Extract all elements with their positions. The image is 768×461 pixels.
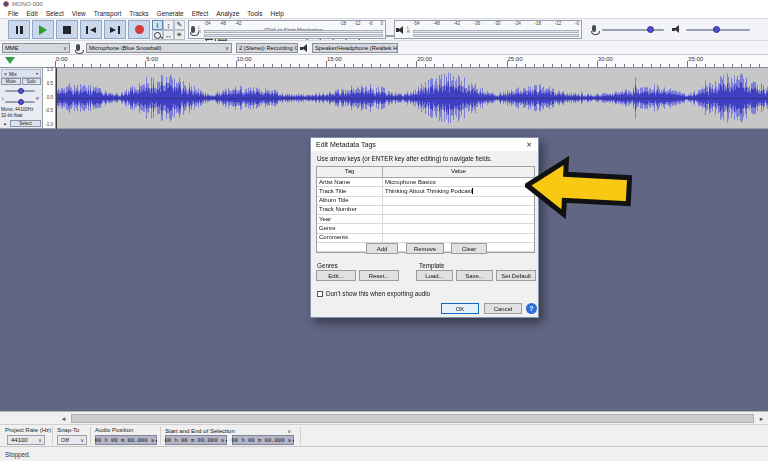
- add-button[interactable]: Add: [366, 243, 398, 254]
- select-button[interactable]: Select: [10, 120, 41, 127]
- metadata-value-cell[interactable]: [383, 215, 534, 223]
- metadata-tag-cell[interactable]: Track Number: [317, 206, 383, 214]
- checkbox-box[interactable]: [317, 291, 323, 297]
- track-waveform-area[interactable]: [56, 68, 768, 129]
- stop-glyph: [63, 26, 71, 34]
- pan-slider[interactable]: [5, 101, 35, 103]
- metadata-tag-cell[interactable]: Year: [317, 215, 383, 223]
- metadata-value-cell[interactable]: Microphone Basics: [383, 178, 534, 186]
- multi-tool[interactable]: ✳: [174, 30, 185, 40]
- menu-transport[interactable]: Transport: [90, 10, 126, 17]
- dont-show-checkbox[interactable]: Don't show this when exporting audio: [317, 290, 430, 297]
- ok-button[interactable]: OK: [441, 303, 479, 314]
- recording-meter[interactable]: LR-54-48-42-18-12-60Click to Start Monit…: [188, 20, 386, 39]
- selection-end-field[interactable]: 00 h 00 m 00.000 s▾: [232, 435, 294, 445]
- menu-effect[interactable]: Effect: [188, 10, 213, 17]
- scrollbar-thumb[interactable]: [71, 414, 754, 423]
- menu-help[interactable]: Help: [267, 10, 288, 17]
- combo-value: 44100: [8, 437, 28, 443]
- metadata-value-cell[interactable]: [383, 224, 534, 232]
- audio-host-combo[interactable]: MME∨: [2, 43, 70, 53]
- timeline-ruler[interactable]: 0:005:0010:0015:0020:0025:0030:0035:00: [0, 55, 768, 68]
- audio-position-field[interactable]: 00 h 00 m 00.000 s▾: [95, 435, 157, 445]
- menu-file[interactable]: File: [4, 10, 22, 17]
- menu-tools[interactable]: Tools: [243, 10, 266, 17]
- gain-thumb[interactable]: [18, 88, 24, 94]
- output-device-combo[interactable]: Speaker/Headphone (Realtek High∨: [312, 43, 398, 53]
- close-icon[interactable]: ✕: [520, 141, 538, 149]
- input-channels-combo[interactable]: 2 (Stereo) Recording Cha∨: [236, 43, 298, 53]
- ruler-minortick: [380, 64, 381, 67]
- envelope-tool[interactable]: ↕: [163, 20, 174, 30]
- menu-view[interactable]: View: [68, 10, 90, 17]
- menu-analyze[interactable]: Analyze: [212, 10, 243, 17]
- snap-to-combo[interactable]: Off∨: [57, 435, 87, 445]
- template-save-button[interactable]: Save...: [456, 270, 493, 281]
- track-name[interactable]: Mix: [9, 71, 34, 77]
- skip-to-end-button[interactable]: [104, 20, 126, 39]
- metadata-tag-cell[interactable]: Genre: [317, 224, 383, 232]
- selection-tool[interactable]: I: [152, 20, 163, 30]
- scroll-right-icon[interactable]: ▸: [755, 413, 768, 424]
- stop-button[interactable]: [56, 20, 78, 39]
- metadata-row[interactable]: Year: [317, 215, 534, 224]
- metadata-value-cell[interactable]: [383, 197, 534, 205]
- input-device-combo[interactable]: Microphone (Blue Snowball)∨: [86, 43, 232, 53]
- menu-generate[interactable]: Generate: [153, 10, 188, 17]
- ruler-minortick: [407, 64, 408, 67]
- help-button[interactable]: ?: [526, 303, 537, 314]
- selection-start-field[interactable]: 00 h 00 m 00.000 s▾: [165, 435, 227, 445]
- genres-reset-button[interactable]: Reset...: [359, 270, 399, 281]
- metadata-row[interactable]: Artist NameMicrophone Basics: [317, 178, 534, 187]
- ruler-minortick: [606, 64, 607, 67]
- metadata-value-cell[interactable]: [383, 234, 534, 242]
- metadata-row[interactable]: Album Title: [317, 197, 534, 206]
- gain-slider[interactable]: [5, 90, 35, 92]
- metadata-row[interactable]: Comments: [317, 234, 534, 243]
- horizontal-scrollbar[interactable]: ◂ ▸: [0, 411, 768, 424]
- playback-volume-slider[interactable]: [686, 29, 750, 31]
- dialog-title-bar[interactable]: Edit Metadata Tags ✕: [311, 138, 538, 151]
- collapse-icon[interactable]: ▲: [1, 121, 9, 126]
- metadata-row[interactable]: Track TitleThinking About Thinking Podca…: [317, 187, 534, 196]
- play-button[interactable]: [32, 20, 54, 39]
- remove-button[interactable]: Remove: [406, 243, 444, 254]
- template-load-button[interactable]: Load...: [416, 270, 453, 281]
- genres-edit-button[interactable]: Edit...: [316, 270, 356, 281]
- skip-to-start-button[interactable]: [80, 20, 102, 39]
- pan-thumb[interactable]: [18, 99, 24, 105]
- mute-button[interactable]: Mute: [1, 78, 21, 85]
- playback-meter[interactable]: LR-54-48-42-36-30-24-18-12-6: [394, 20, 582, 39]
- menu-select[interactable]: Select: [42, 10, 68, 17]
- metadata-tag-cell[interactable]: Track Title: [317, 187, 383, 195]
- metadata-row[interactable]: Genre: [317, 224, 534, 233]
- clear-button[interactable]: Clear: [451, 243, 487, 254]
- menu-edit[interactable]: Edit: [22, 10, 41, 17]
- playback-volume-thumb[interactable]: [713, 26, 720, 33]
- pinned-play-head-icon[interactable]: [5, 57, 15, 64]
- metadata-value-cell[interactable]: [383, 206, 534, 214]
- menu-tracks[interactable]: Tracks: [125, 10, 152, 17]
- metadata-tag-cell[interactable]: Album Title: [317, 197, 383, 205]
- metadata-tag-cell[interactable]: Artist Name: [317, 178, 383, 186]
- record-button[interactable]: [128, 20, 150, 39]
- timeshift-tool[interactable]: ↔: [163, 30, 174, 40]
- scroll-left-icon[interactable]: ◂: [57, 413, 70, 424]
- pause-button[interactable]: [8, 20, 30, 39]
- glyph: [118, 26, 121, 34]
- zoom-tool[interactable]: [152, 30, 163, 40]
- waveform-canvas[interactable]: [56, 68, 768, 128]
- template-set-default-button[interactable]: Set Default: [496, 270, 536, 281]
- recording-volume-slider[interactable]: [602, 29, 664, 31]
- solo-button[interactable]: Solo: [22, 78, 42, 85]
- project-rate-combo[interactable]: 44100∨: [7, 435, 45, 445]
- metadata-row[interactable]: Track Number: [317, 206, 534, 215]
- cancel-button[interactable]: Cancel: [484, 303, 522, 314]
- selection-format-combo[interactable]: Start and End of Selection∨: [165, 427, 293, 435]
- draw-tool[interactable]: ✎: [174, 20, 185, 30]
- recording-volume-thumb[interactable]: [647, 26, 654, 33]
- track-menu-icon[interactable]: ▾: [34, 71, 40, 76]
- metadata-tag-cell[interactable]: Comments: [317, 234, 383, 242]
- track-close-icon[interactable]: ×: [2, 71, 9, 77]
- metadata-value-cell[interactable]: Thinking About Thinking Podcast: [383, 187, 534, 195]
